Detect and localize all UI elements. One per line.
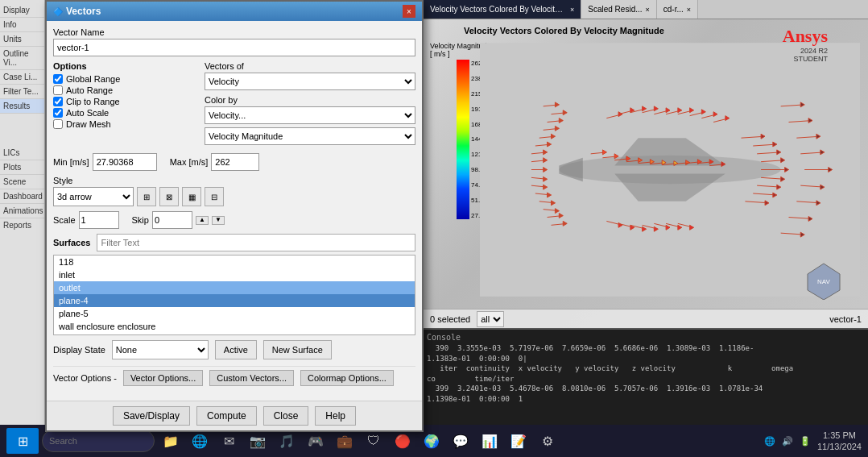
sidebar-item-filter[interactable]: Filter Te...: [0, 85, 44, 99]
color-by-label: Color by: [205, 95, 415, 105]
taskbar-battery-icon: 🔋: [800, 436, 811, 447]
auto-range-checkbox-row[interactable]: Auto Range: [53, 85, 198, 95]
close-btn[interactable]: Close: [263, 406, 309, 426]
custom-vectors-btn[interactable]: Custom Vectors...: [209, 370, 294, 386]
compute-btn[interactable]: Compute: [196, 406, 257, 426]
clip-to-range-checkbox-row[interactable]: Clip to Range: [53, 97, 198, 106]
surfaces-list[interactable]: 118 inlet outlet plane-4 plane-5 wall en…: [53, 255, 415, 335]
skip-input[interactable]: [152, 211, 192, 229]
surfaces-filter[interactable]: [97, 234, 415, 251]
display-state-label: Display State: [53, 345, 105, 355]
skip-label: Skip: [132, 215, 149, 225]
cfd-tab-cd[interactable]: cd-r... ×: [657, 0, 698, 19]
color-by-select[interactable]: Velocity...: [205, 106, 415, 124]
surface-icon-btn1[interactable]: ⊞: [137, 187, 156, 206]
svg-text:NAV: NAV: [817, 278, 831, 285]
sidebar-item-caseli[interactable]: Case Li...: [0, 70, 44, 85]
sidebar-item-outline[interactable]: Outline Vi...: [0, 47, 44, 70]
console-line-r0: 390 3.3555e-03 5.7197e-06 7.6659e-06 5.6…: [427, 343, 865, 354]
cfd-tab-residuals[interactable]: Scaled Resid... ×: [581, 0, 657, 19]
draw-mesh-checkbox-row[interactable]: Draw Mesh: [53, 119, 198, 129]
sidebar-item-scene[interactable]: Scene: [0, 175, 44, 189]
min-label: Min [m/s]: [53, 157, 89, 167]
cfd-title: Velocity Vectors Colored By Velocity Mag…: [464, 26, 664, 35]
max-input[interactable]: [211, 153, 259, 171]
vector-id-label: vector-1: [829, 314, 862, 324]
vector-options-btn[interactable]: Vector Options...: [123, 370, 203, 386]
sidebar-item-animations[interactable]: Animations: [0, 204, 44, 218]
taskbar-clock: 1:35 PM 11/13/2024: [817, 430, 862, 453]
console-line-r6: 1.1398e-01 0:00:00 1: [427, 394, 865, 405]
taskbar-network-icon: 🌐: [764, 436, 775, 447]
sidebar-item-reports[interactable]: Reports: [0, 218, 44, 232]
surface-icon-btn2[interactable]: ⊠: [159, 187, 179, 206]
console-line-r5: 399 3.2401e-03 5.4678e-06 8.0810e-06 5.7…: [427, 384, 865, 394]
tab-close-icon2[interactable]: ×: [646, 6, 650, 14]
nav-cube[interactable]: NAV: [804, 260, 844, 300]
auto-scale-checkbox-row[interactable]: Auto Scale: [53, 108, 198, 118]
vectors-icon: 🔷: [53, 7, 63, 16]
vector-name-input[interactable]: [53, 39, 415, 56]
taskbar-volume-icon: 🔊: [782, 436, 793, 447]
use-active-btn[interactable]: Active: [215, 340, 257, 359]
selected-count: 0 selected: [430, 314, 470, 324]
tab-close-icon[interactable]: ×: [570, 6, 574, 14]
vectors-of-select[interactable]: Velocity: [205, 73, 415, 90]
min-input[interactable]: [93, 153, 157, 171]
list-item[interactable]: wall enclosure enclosure: [54, 320, 415, 333]
surface-icon-btn4[interactable]: ⊟: [205, 187, 224, 206]
console-title-right: Console: [427, 333, 865, 342]
vectors-of-label: Vectors of: [205, 61, 415, 71]
dialog-close-btn[interactable]: ×: [403, 5, 415, 18]
list-item[interactable]: plane-4: [54, 294, 415, 307]
colormap-options-btn[interactable]: Colormap Options...: [300, 370, 394, 386]
taskbar-icon-app9[interactable]: 📊: [477, 428, 502, 454]
save-display-btn[interactable]: Save/Display: [113, 406, 190, 426]
console-panel-right: Console 390 3.3555e-03 5.7197e-06 7.6659…: [424, 328, 868, 425]
list-item[interactable]: outlet: [54, 281, 415, 294]
global-range-checkbox-row[interactable]: Global Range: [53, 74, 198, 84]
console-line-r4: co time/iter: [427, 374, 865, 384]
cfd-tab-velocity[interactable]: Velocity Vectors Colored By Velocity Mag…: [424, 0, 581, 19]
new-surface-btn[interactable]: New Surface: [263, 340, 332, 359]
taskbar-icon-app10[interactable]: 📝: [506, 428, 531, 454]
sidebar-item-plots[interactable]: Plots: [0, 160, 44, 175]
taskbar-search[interactable]: [42, 430, 155, 452]
skip-up-btn[interactable]: ▲: [196, 216, 209, 225]
style-label: Style: [53, 176, 415, 185]
list-item[interactable]: 118: [54, 256, 415, 268]
taskbar-icon-app11[interactable]: ⚙: [535, 428, 560, 454]
list-item[interactable]: plane-5: [54, 307, 415, 320]
sidebar-item-lics[interactable]: LICs: [0, 146, 44, 160]
vector-options-dash: Vector Options -: [53, 373, 117, 383]
console-line-r3: iter continuity x velocity y velocity z …: [427, 364, 865, 374]
style-select[interactable]: 3d arrow: [53, 187, 134, 206]
scale-label: Scale: [53, 215, 76, 225]
start-button[interactable]: ⊞: [6, 428, 39, 454]
console-line-r1: 1.1383e-01 0:00:00 0|: [427, 354, 865, 364]
skip-down-btn[interactable]: ▼: [212, 216, 225, 225]
taskbar-icon-app8[interactable]: 💬: [448, 428, 473, 454]
sidebar-item-results[interactable]: Results: [0, 99, 44, 114]
surface-icon-btn3[interactable]: ▦: [182, 187, 201, 206]
options-label: Options: [53, 61, 198, 71]
display-state-select[interactable]: None: [112, 340, 209, 359]
help-btn[interactable]: Help: [315, 406, 356, 426]
sidebar-item-dashboard[interactable]: Dashboard: [0, 189, 44, 204]
list-item[interactable]: inlet: [54, 268, 415, 281]
sidebar-item-info[interactable]: Info: [0, 18, 44, 32]
tab-close-icon3[interactable]: ×: [687, 6, 691, 14]
surfaces-label: Surfaces: [53, 238, 90, 247]
dialog-titlebar: 🔷 Vectors ×: [47, 2, 422, 21]
color-by-secondary-select[interactable]: Velocity Magnitude: [205, 127, 415, 145]
scale-input[interactable]: [79, 211, 119, 229]
all-dropdown[interactable]: all: [477, 311, 504, 327]
vector-name-label: Vector Name: [53, 27, 415, 37]
sidebar-item-units[interactable]: Units: [0, 32, 44, 47]
ansys-logo: Ansys 2024 R2 STUDENT: [783, 26, 828, 63]
sidebar-item-display[interactable]: Display: [0, 3, 44, 18]
max-label: Max [m/s]: [170, 157, 209, 167]
